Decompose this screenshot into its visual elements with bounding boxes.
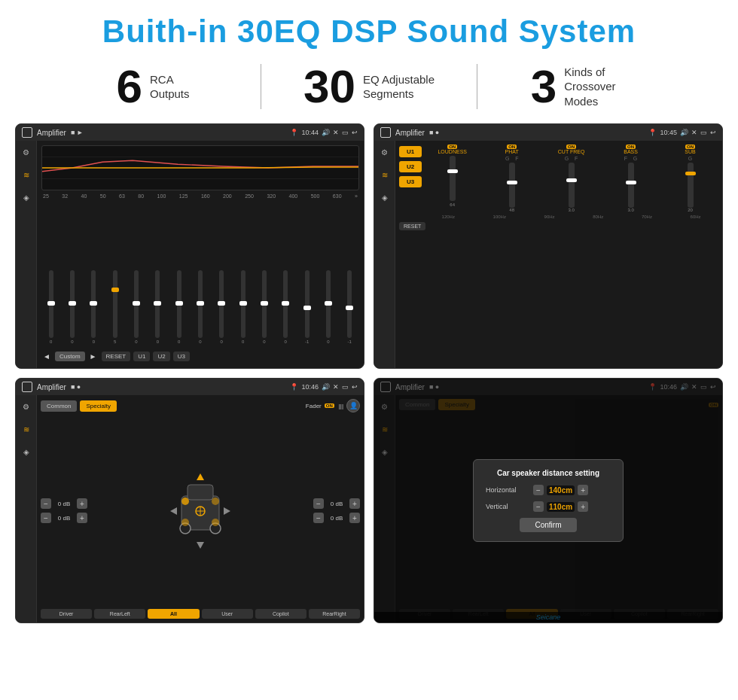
cutfreq-track[interactable] (569, 163, 575, 208)
fader-sidebar-speaker[interactable]: ◈ (20, 445, 33, 458)
back-icon-eq: ↩ (352, 129, 358, 136)
dialog-vertical-label: Vertical (486, 503, 527, 510)
eq-u1-button[interactable]: U1 (133, 352, 150, 361)
fader-all-btn[interactable]: All (148, 609, 199, 619)
freq-80hz: 80Hz (593, 215, 603, 219)
sidebar-settings-icon[interactable]: ⚙ (20, 145, 33, 159)
fader-rearleft-btn[interactable]: RearLeft (94, 609, 145, 619)
amp-sidebar-settings[interactable]: ⚙ (378, 145, 392, 159)
fader-db3-minus[interactable]: − (313, 498, 324, 509)
fader-db-row-3: − 0 dB + (313, 498, 360, 509)
fader-db1-minus[interactable]: − (41, 498, 51, 509)
location-icon-amp: 📍 (648, 129, 657, 136)
eq-val-12: -1 (305, 339, 309, 344)
eq-track-12[interactable] (305, 270, 310, 338)
eq-track-2[interactable] (91, 270, 96, 338)
dialog-vertical-minus[interactable]: − (533, 501, 544, 512)
eq-slider-11: 0 (276, 270, 295, 344)
fader-db4-minus[interactable]: − (313, 513, 324, 523)
eq-u2-button[interactable]: U2 (153, 352, 169, 361)
rca-number: 6 (116, 63, 142, 110)
fader-db2-minus[interactable]: − (41, 513, 51, 523)
amp-u1-button[interactable]: U1 (399, 146, 422, 157)
eq-track-9[interactable] (241, 270, 245, 338)
dialog-horizontal-plus[interactable]: + (578, 485, 588, 495)
fader-sidebar-eq[interactable]: ≋ (20, 422, 33, 436)
phat-val: 48 (509, 208, 514, 212)
fader-bars: ||| (339, 403, 343, 409)
dialog-confirm-button[interactable]: Confirm (520, 518, 576, 532)
eq-track-5[interactable] (155, 270, 160, 338)
fader-db4-plus[interactable]: + (349, 513, 360, 523)
fader-db2-plus[interactable]: + (77, 513, 87, 523)
fader-top-row: Common Specialty Fader ON ||| 👤 (41, 399, 360, 412)
loudness-val: 64 (450, 202, 455, 207)
svg-marker-7 (197, 473, 204, 480)
time-amp: 10:45 (660, 129, 677, 136)
eq-slider-5: 0 (148, 270, 167, 344)
dialog-horizontal-val-box: − 140cm + (533, 485, 588, 495)
eq-track-1[interactable] (70, 270, 75, 338)
sidebar-speaker-icon[interactable]: ◈ (20, 190, 33, 204)
dialog-vertical-plus[interactable]: + (578, 501, 588, 512)
home-icon-amp[interactable] (380, 127, 391, 138)
back-icon-fader: ↩ (352, 383, 358, 391)
eq-prev-button[interactable]: ◄ (41, 351, 52, 361)
dialog-horizontal-minus[interactable]: − (533, 485, 544, 495)
loudness-track[interactable] (450, 156, 456, 201)
amp-sidebar-speaker[interactable]: ◈ (378, 190, 392, 204)
svg-point-11 (181, 498, 189, 505)
eq-track-8[interactable] (219, 270, 224, 338)
eq-track-11[interactable] (283, 270, 288, 338)
fader-db1-val: 0 dB (53, 501, 75, 507)
eq-number: 30 (303, 63, 355, 110)
status-left-amp: Amplifier ■ ● (380, 127, 439, 138)
bass-fg: F G (624, 156, 638, 161)
eq-track-4[interactable] (134, 270, 139, 338)
amp-reset-button[interactable]: RESET (399, 222, 425, 230)
eq-u3-button[interactable]: U3 (173, 352, 190, 361)
freq-90hz: 90Hz (544, 215, 555, 219)
bass-track[interactable] (628, 163, 634, 208)
freq-arrow: » (355, 193, 358, 199)
fader-content: ⚙ ≋ ◈ Common Specialty Fader ON ||| 👤 (16, 395, 364, 622)
amp-u2-button[interactable]: U2 (399, 161, 422, 172)
eq-track-10[interactable] (262, 270, 267, 338)
fader-copilot-btn[interactable]: Copilot (255, 609, 306, 619)
home-icon-fader[interactable] (22, 382, 32, 392)
eq-next-button[interactable]: ► (88, 351, 99, 361)
eq-track-3[interactable] (113, 270, 117, 338)
eq-track-13[interactable] (326, 270, 331, 338)
fader-db3-plus[interactable]: + (349, 498, 360, 509)
fader-common-tab[interactable]: Common (41, 400, 77, 412)
eq-slider-6: 0 (169, 270, 188, 344)
eq-track-14[interactable] (347, 270, 352, 338)
home-icon-eq[interactable] (22, 127, 32, 138)
sub-track[interactable] (688, 163, 694, 208)
eq-val-4: 0 (135, 339, 137, 344)
fader-user-btn[interactable]: User (202, 609, 253, 619)
status-right-amp: 📍 10:45 🔊 ✕ ▭ ↩ (648, 129, 716, 136)
fader-specialty-tab[interactable]: Specialty (80, 400, 116, 412)
cutfreq-label: CUT FREQ (558, 149, 585, 154)
eq-reset-button[interactable]: RESET (102, 352, 131, 361)
amp-sidebar-eq[interactable]: ≋ (378, 168, 392, 181)
fader-db2-val: 0 dB (53, 515, 75, 522)
eq-track-6[interactable] (177, 270, 181, 338)
fader-sidebar-settings[interactable]: ⚙ (20, 400, 33, 413)
amp-phat: ON PHAT G F 48 (483, 145, 540, 212)
eq-slider-2: 0 (84, 270, 103, 344)
fader-label: Fader (306, 403, 322, 409)
fader-db1-plus[interactable]: + (77, 498, 87, 509)
amp-sub: ON SUB G 20 (662, 145, 718, 212)
eq-track-0[interactable] (49, 270, 53, 338)
sidebar-eq-icon[interactable]: ≋ (20, 168, 33, 181)
fader-sidebar: ⚙ ≋ ◈ (16, 395, 37, 622)
eq-track-7[interactable] (198, 270, 203, 338)
fader-profile-icon[interactable]: 👤 (346, 399, 360, 412)
amp-u3-button[interactable]: U3 (399, 176, 422, 187)
phat-track[interactable] (509, 163, 515, 208)
eq-slider-13: 0 (319, 270, 337, 344)
fader-driver-btn[interactable]: Driver (41, 609, 92, 619)
fader-rearright-btn[interactable]: RearRight (309, 609, 360, 619)
